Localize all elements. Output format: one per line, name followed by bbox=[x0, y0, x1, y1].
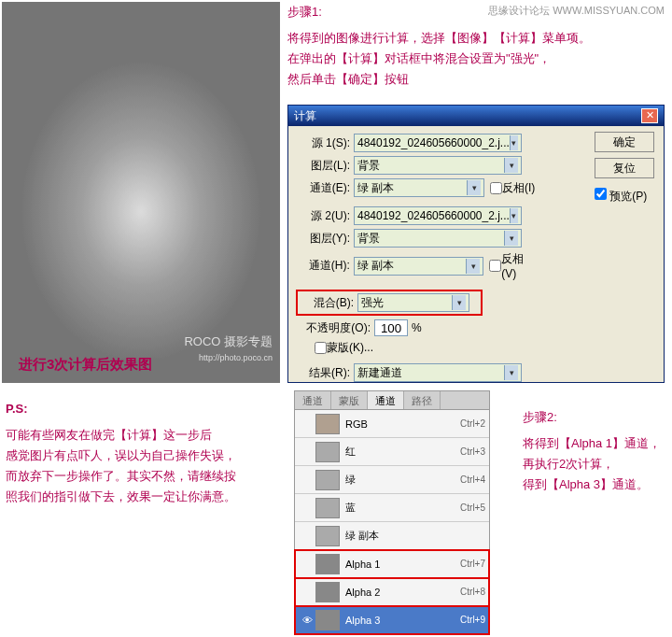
ps-title: P.S: bbox=[6, 402, 28, 416]
chevron-down-icon: ▾ bbox=[467, 180, 481, 195]
dialog-title-text: 计算 bbox=[294, 108, 316, 124]
layer2-select[interactable]: 背景▾ bbox=[354, 229, 522, 248]
channel-row-绿 副本[interactable]: 绿 副本 bbox=[295, 522, 489, 550]
invert1-checkbox[interactable] bbox=[490, 182, 502, 194]
opacity-pct: % bbox=[412, 321, 422, 334]
chevron-down-icon: ▾ bbox=[510, 208, 518, 223]
channel-row-RGB[interactable]: RGBCtrl+2 bbox=[295, 410, 489, 438]
calculations-dialog: 计算 ✕ 源 1(S): 4840192_024605660000_2.j...… bbox=[287, 105, 665, 383]
layer1-label: 图层(L): bbox=[296, 158, 354, 174]
channel-name: RGB bbox=[345, 418, 460, 430]
channel-thumb bbox=[315, 610, 340, 630]
channel-thumb bbox=[315, 554, 340, 574]
channels-tabs: 通道 蒙版 通道 路径 bbox=[295, 391, 489, 410]
chevron-down-icon: ▾ bbox=[504, 158, 518, 173]
blend-select[interactable]: 强光▾ bbox=[357, 293, 469, 312]
invert1-label: 反相(I) bbox=[502, 180, 535, 196]
source2-select[interactable]: 4840192_024605660000_2.j...▾ bbox=[354, 206, 522, 225]
channel-name: 绿 bbox=[345, 473, 460, 487]
channel1-label: 通道(E): bbox=[296, 180, 354, 196]
ok-button[interactable]: 确定 bbox=[595, 132, 654, 152]
channel-name: Alpha 1 bbox=[345, 559, 460, 570]
channel-row-蓝[interactable]: 蓝Ctrl+5 bbox=[295, 494, 489, 522]
channel-name: 绿 副本 bbox=[345, 529, 485, 543]
channel-shortcut: Ctrl+2 bbox=[460, 418, 485, 429]
blend-label: 混合(B): bbox=[300, 295, 357, 311]
layer2-label: 图层(Y): bbox=[296, 231, 354, 247]
channel-thumb bbox=[315, 442, 340, 462]
step2-text: 将得到【Alpha 1】通道， 再执行2次计算， 得到【Alpha 3】通道。 bbox=[523, 433, 661, 495]
channel-thumb bbox=[315, 498, 340, 518]
channel-shortcut: Ctrl+3 bbox=[460, 446, 485, 457]
mask-checkbox[interactable] bbox=[315, 342, 327, 354]
chevron-down-icon: ▾ bbox=[510, 135, 518, 150]
photo-caption: 进行3次计算后效果图 bbox=[19, 356, 152, 374]
channel-thumb bbox=[315, 582, 340, 602]
channel-thumb bbox=[315, 526, 340, 546]
channel-row-Alpha 3[interactable]: 👁Alpha 3Ctrl+9 bbox=[295, 606, 489, 634]
opacity-input[interactable] bbox=[374, 319, 408, 336]
channel-row-Alpha 1[interactable]: Alpha 1Ctrl+7 bbox=[295, 550, 489, 578]
close-icon[interactable]: ✕ bbox=[641, 108, 658, 123]
preview-checkbox[interactable] bbox=[595, 188, 607, 200]
channel-row-Alpha 2[interactable]: Alpha 2Ctrl+8 bbox=[295, 578, 489, 606]
tab-channels[interactable]: 通道 bbox=[368, 391, 404, 409]
chevron-down-icon: ▾ bbox=[466, 259, 480, 274]
channel-name: Alpha 2 bbox=[345, 587, 460, 598]
photo-watermark: ROCO 摄影专题 bbox=[184, 333, 273, 350]
tab-layers[interactable]: 通道 bbox=[295, 391, 331, 409]
invert2-label: 反相(V) bbox=[501, 251, 539, 280]
tab-masks[interactable]: 蒙版 bbox=[331, 391, 368, 409]
step2-title: 步骤2: bbox=[523, 409, 557, 426]
source1-label: 源 1(S): bbox=[296, 135, 354, 151]
channel-row-绿[interactable]: 绿Ctrl+4 bbox=[295, 466, 489, 494]
step1-text: 将得到的图像进行计算，选择【图像】【计算】菜单项。 在弹出的【计算】对话框中将混… bbox=[287, 28, 591, 90]
channel-shortcut: Ctrl+4 bbox=[460, 474, 485, 485]
site-watermark: 思缘设计论坛 WWW.MISSYUAN.COM bbox=[488, 4, 665, 18]
preview-image: ROCO 摄影专题 http://photo.poco.cn 进行3次计算后效果… bbox=[2, 2, 280, 383]
preview-label: 预览(P) bbox=[609, 190, 647, 203]
channel-thumb bbox=[315, 470, 340, 490]
cancel-button[interactable]: 复位 bbox=[595, 158, 654, 178]
channel-shortcut: Ctrl+5 bbox=[460, 503, 485, 513]
channel-row-红[interactable]: 红Ctrl+3 bbox=[295, 438, 489, 466]
channel2-label: 通道(H): bbox=[296, 258, 354, 274]
channel1-select[interactable]: 绿 副本▾ bbox=[354, 178, 484, 197]
dialog-titlebar[interactable]: 计算 ✕ bbox=[288, 106, 664, 126]
mask-label: 蒙版(K)... bbox=[327, 340, 373, 356]
result-label: 结果(R): bbox=[296, 365, 354, 381]
tab-paths[interactable]: 路径 bbox=[404, 391, 441, 409]
channel-name: 蓝 bbox=[345, 501, 460, 515]
channel-shortcut: Ctrl+8 bbox=[460, 587, 485, 597]
step1-title: 步骤1: bbox=[287, 4, 322, 21]
chevron-down-icon: ▾ bbox=[504, 365, 518, 380]
channel2-select[interactable]: 绿 副本▾ bbox=[354, 257, 483, 276]
channels-panel: 通道 蒙版 通道 路径 RGBCtrl+2红Ctrl+3绿Ctrl+4蓝Ctrl… bbox=[294, 390, 490, 635]
opacity-label: 不透明度(O): bbox=[296, 320, 374, 336]
source1-select[interactable]: 4840192_024605660000_2.j...▾ bbox=[354, 134, 522, 152]
channel-name: Alpha 3 bbox=[345, 615, 460, 626]
eye-icon[interactable]: 👁 bbox=[299, 615, 315, 626]
channel-name: 红 bbox=[345, 445, 460, 459]
invert2-checkbox[interactable] bbox=[489, 260, 501, 272]
result-select[interactable]: 新建通道▾ bbox=[354, 363, 522, 382]
channel-thumb bbox=[315, 414, 340, 434]
chevron-down-icon: ▾ bbox=[504, 231, 518, 246]
ps-text: 可能有些网友在做完【计算】这一步后 感觉图片有点吓人，误以为自己操作失误， 而放… bbox=[6, 425, 286, 507]
layer1-select[interactable]: 背景▾ bbox=[354, 156, 522, 175]
chevron-down-icon: ▾ bbox=[452, 295, 466, 310]
channel-shortcut: Ctrl+7 bbox=[460, 559, 485, 569]
source2-label: 源 2(U): bbox=[296, 208, 354, 224]
photo-watermark-url: http://photo.poco.cn bbox=[199, 353, 273, 362]
channel-shortcut: Ctrl+9 bbox=[460, 615, 485, 625]
